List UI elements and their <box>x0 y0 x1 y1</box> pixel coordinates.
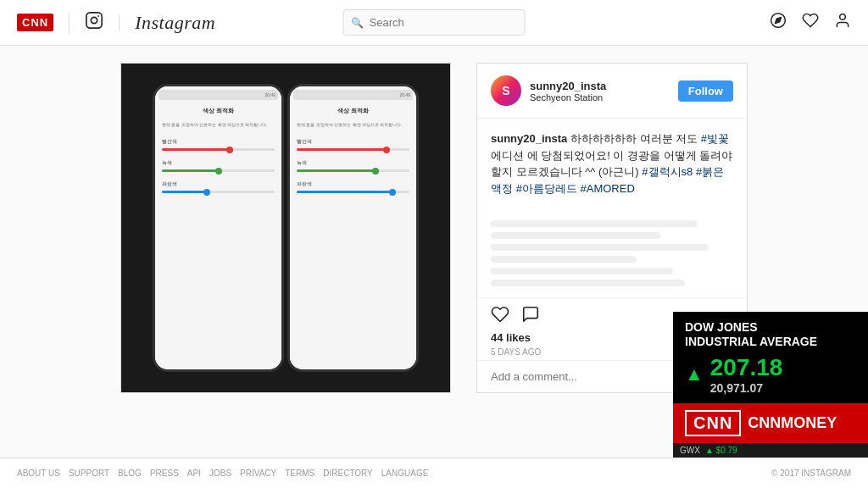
dow-value-row: ▲ 207.18 20,971.07 <box>685 354 856 395</box>
phone-green-label-1: 녹색 <box>162 159 275 167</box>
cnn-logo: CNN <box>17 14 53 31</box>
post-image: 20:49 색상 최적화 현재 동을 조정하여 선호하는 화면 색상으로 최적합… <box>120 63 451 393</box>
svg-point-1 <box>92 17 97 23</box>
phone-green-row-2: 녹색 <box>297 159 409 172</box>
post-header: S sunny20_insta Sechyeon Station Follow <box>477 64 747 119</box>
gwx-label: GWX <box>680 446 700 455</box>
footer-copyright: © 2017 INSTAGRAM <box>771 469 851 478</box>
phone-red-row-1: 빨간색 <box>162 138 275 151</box>
comment-placeholder-5 <box>491 268 673 274</box>
phone-blue-slider-1 <box>162 191 275 193</box>
footer-link-about[interactable]: ABOUT US <box>17 469 60 478</box>
search-input[interactable] <box>343 9 526 36</box>
phone-red-row-2: 빨간색 <box>297 138 409 151</box>
follow-button[interactable]: Follow <box>678 80 733 102</box>
cnnmoney-label: CNNMONEY <box>748 414 837 432</box>
dow-change-value: 207.18 <box>710 354 783 381</box>
comment-placeholder-6 <box>491 280 685 286</box>
post-location: Sechyeon Station <box>530 92 670 103</box>
footer-link-jobs[interactable]: JOBS <box>209 469 231 478</box>
phone-mockup-2: 20:49 색상 최적화 현재 동을 조정하여 선호하는 화면 색상으로 최적합… <box>287 84 419 372</box>
post-image-inner: 20:49 색상 최적화 현재 동을 조정하여 선호하는 화면 색상으로 최적합… <box>121 64 450 392</box>
dow-jones-box: DOW JONES INDUSTRIAL AVERAGE ▲ 207.18 20… <box>673 312 868 403</box>
cnn-money-box: CNN CNNMONEY <box>673 403 868 443</box>
phone-blue-label-1: 파란색 <box>162 180 275 188</box>
post-user-info: sunny20_insta Sechyeon Station <box>530 80 670 103</box>
phone-title-1: 색상 최적화 <box>162 107 275 115</box>
compass-icon[interactable] <box>770 12 787 33</box>
header-divider <box>69 13 70 33</box>
caption-tag-5[interactable]: #AMORED <box>580 182 634 195</box>
phone-green-label-2: 녹색 <box>297 159 409 167</box>
caption-text: 하하하하하하 여러분 저도 <box>570 132 701 145</box>
heart-icon[interactable] <box>802 12 819 33</box>
instagram-wordmark: Instagram <box>135 12 215 34</box>
instagram-camera-icon <box>85 11 103 35</box>
caption-tag-4[interactable]: #아름당레드 <box>516 182 577 195</box>
phone-blue-row-2: 파란색 <box>297 180 409 193</box>
search-container: 🔍 <box>343 9 526 36</box>
caption-tag-2[interactable]: #갤럭시s8 <box>642 165 693 178</box>
svg-point-5 <box>840 14 846 20</box>
search-icon: 🔍 <box>351 17 364 29</box>
header-right <box>770 12 851 33</box>
footer-link-press[interactable]: PRESS <box>150 469 179 478</box>
phone-green-row-1: 녹색 <box>162 159 275 172</box>
svg-rect-0 <box>86 12 102 27</box>
phone-mockup-1: 20:49 색상 최적화 현재 동을 조정하여 선호하는 화면 색상으로 최적합… <box>153 84 284 372</box>
phone-green-slider-2 <box>297 169 409 172</box>
footer-links: ABOUT US SUPPORT BLOG PRESS API JOBS PRI… <box>17 469 428 478</box>
footer-link-language[interactable]: LANGUAGE <box>381 469 429 478</box>
phone-red-label-1: 빨간색 <box>162 138 275 146</box>
footer-link-privacy[interactable]: PRIVACY <box>240 469 276 478</box>
phone-blue-label-2: 파란색 <box>297 180 409 188</box>
phone-red-slider-1 <box>162 148 275 151</box>
post-caption: sunny20_insta 하하하하하하 여러분 저도 #빛꽃 에디션 에 당첨… <box>477 119 747 215</box>
avatar: S <box>491 75 521 106</box>
comment-placeholder-1 <box>491 220 697 227</box>
comment-placeholder-2 <box>491 232 660 239</box>
caption-username[interactable]: sunny20_insta <box>491 132 567 145</box>
footer-link-terms[interactable]: TERMS <box>285 469 314 478</box>
phone-green-slider-1 <box>162 169 275 172</box>
phone-red-slider-2 <box>297 148 409 151</box>
phone-subtitle-2: 현재 동을 조정하여 선호하는 화면 색상으로 최적합니다. <box>297 122 409 128</box>
phone-subtitle-1: 현재 동을 조정하여 선호하는 화면 색상으로 최적합니다. <box>162 122 275 128</box>
comment-button[interactable] <box>521 305 540 328</box>
like-button[interactable] <box>491 305 509 328</box>
header: CNN Instagram 🔍 <box>0 0 868 46</box>
footer-link-api[interactable]: API <box>187 469 201 478</box>
svg-marker-4 <box>775 17 781 23</box>
caption-tag-1[interactable]: #빛꽃 <box>701 132 729 145</box>
post-username[interactable]: sunny20_insta <box>530 80 670 92</box>
comment-placeholder-3 <box>491 244 709 251</box>
profile-icon[interactable] <box>834 12 851 33</box>
comment-placeholder-4 <box>491 256 637 263</box>
phone-status-bar-2: 20:49 <box>293 90 413 100</box>
footer-link-support[interactable]: SUPPORT <box>69 469 109 478</box>
footer-link-directory[interactable]: DIRECTORY <box>323 469 373 478</box>
dow-total-value: 20,971.07 <box>710 381 783 395</box>
dow-title-line2: INDUSTRIAL AVERAGE <box>685 335 856 349</box>
gwx-value: ▲ $0.79 <box>705 446 737 455</box>
phone-status-bar-1: 20:49 <box>159 90 278 100</box>
post-comments <box>477 215 747 298</box>
svg-point-2 <box>97 15 99 17</box>
dow-title-line1: DOW JONES <box>685 320 856 335</box>
gwx-ticker-bar: GWX ▲ $0.79 <box>673 443 868 458</box>
phone-screen-2: 20:49 색상 최적화 현재 동을 조정하여 선호하는 화면 색상으로 최적합… <box>290 86 416 369</box>
phone-screen-1: 20:49 색상 최적화 현재 동을 조정하여 선호하는 화면 색상으로 최적합… <box>155 86 281 369</box>
phone-blue-slider-2 <box>297 191 409 193</box>
phone-title-2: 색상 최적화 <box>297 107 409 115</box>
footer-link-blog[interactable]: BLOG <box>118 469 142 478</box>
footer: ABOUT US SUPPORT BLOG PRESS API JOBS PRI… <box>0 458 868 488</box>
ticker-overlay: DOW JONES INDUSTRIAL AVERAGE ▲ 207.18 20… <box>673 312 868 458</box>
phone-red-label-2: 빨간색 <box>297 138 409 146</box>
phone-content-2: 색상 최적화 현재 동을 조정하여 선호하는 화면 색상으로 최적합니다. 빨간… <box>293 103 413 205</box>
phone-content-1: 색상 최적화 현재 동을 조정하여 선호하는 화면 색상으로 최적합니다. 빨간… <box>159 103 278 205</box>
phone-blue-row-1: 파란색 <box>162 180 275 193</box>
dow-up-arrow: ▲ <box>685 363 704 385</box>
cnn-logo-large: CNN <box>685 410 741 436</box>
